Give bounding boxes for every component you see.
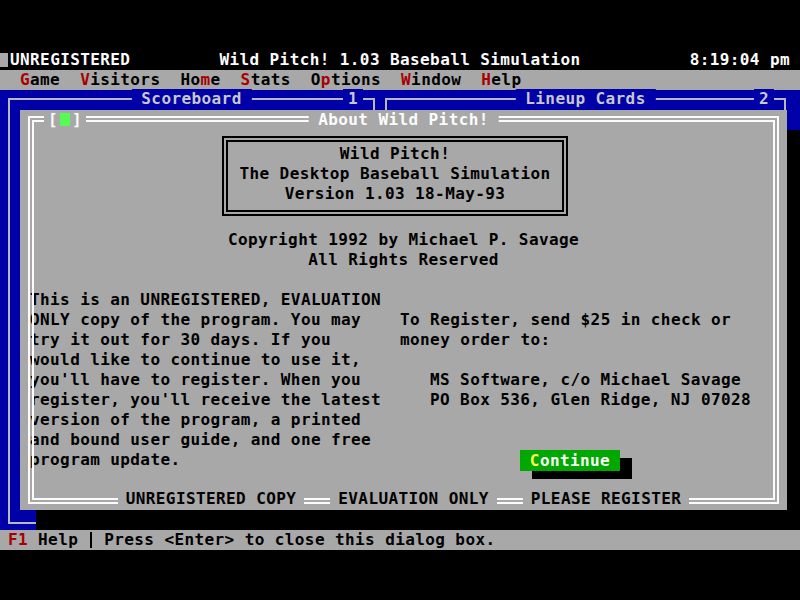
menu-options[interactable]: Options	[311, 70, 381, 90]
badge-please-register: PLEASE REGISTER	[523, 489, 690, 509]
rights-line: All Rights Reserved	[20, 250, 787, 270]
menu-help[interactable]: Help	[481, 70, 521, 90]
version-box: Wild Pitch! The Desktop Baseball Simulat…	[222, 136, 568, 216]
menu-stats[interactable]: Stats	[241, 70, 291, 90]
copyright-block: Copyright 1992 by Michael P. Savage All …	[20, 230, 787, 270]
dos-screen: UNREGISTERED Wild Pitch! 1.03 Baseball S…	[0, 50, 800, 550]
dialog-shadow-right	[787, 130, 800, 530]
dialog-close-button[interactable]: []	[44, 110, 86, 130]
status-message: Press <Enter> to close this dialog box.	[104, 530, 495, 550]
register-address: MS Software, c/o Michael Savage PO Box 5…	[430, 370, 751, 410]
title-bar: UNREGISTERED Wild Pitch! 1.03 Baseball S…	[0, 50, 800, 70]
badge-evaluation-only: EVALUATION ONLY	[330, 489, 497, 509]
help-hint-label[interactable]: Help	[38, 530, 78, 550]
desktop: Scoreboard 1 Lineup Cards 2 [] About Wil…	[0, 90, 800, 530]
menu-visitors[interactable]: Visitors	[80, 70, 160, 90]
dialog-shadow-bottom	[36, 510, 787, 530]
menu-bar: Game Visitors Home Stats Options Window …	[0, 70, 800, 90]
menu-game[interactable]: Game	[20, 70, 60, 90]
status-bar: F1 Help Press <Enter> to close this dial…	[0, 530, 800, 550]
f1-key-hint[interactable]: F1	[8, 530, 28, 550]
dialog-footer-badges: UNREGISTERED COPY EVALUATION ONLY PLEASE…	[20, 489, 787, 509]
window-scoreboard-title: Scoreboard	[131, 89, 251, 109]
program-version: Version 1.03 18-May-93	[228, 184, 562, 204]
program-subtitle: The Desktop Baseball Simulation	[228, 164, 562, 184]
badge-unregistered-copy: UNREGISTERED COPY	[118, 489, 305, 509]
about-dialog: [] About Wild Pitch! Wild Pitch! The Des…	[20, 110, 787, 510]
register-instructions: To Register, send $25 in check or money …	[400, 310, 731, 350]
continue-button[interactable]: Continue	[520, 450, 620, 471]
dialog-title: About Wild Pitch!	[308, 110, 499, 130]
close-icon	[60, 113, 70, 126]
evaluation-notice: This is an UNREGISTERED, EVALUATION ONLY…	[30, 290, 381, 470]
window-lineup-cards-number: 2	[754, 89, 774, 109]
menu-home[interactable]: Home	[180, 70, 220, 90]
window-lineup-cards-title: Lineup Cards	[515, 89, 655, 109]
menu-window[interactable]: Window	[401, 70, 461, 90]
program-name: Wild Pitch!	[228, 144, 562, 164]
status-divider	[90, 532, 92, 548]
clock: 8:19:04 pm	[690, 50, 790, 70]
window-scoreboard-number: 1	[343, 89, 363, 109]
copyright-line: Copyright 1992 by Michael P. Savage	[20, 230, 787, 250]
app-title: Wild Pitch! 1.03 Baseball Simulation	[0, 50, 800, 70]
